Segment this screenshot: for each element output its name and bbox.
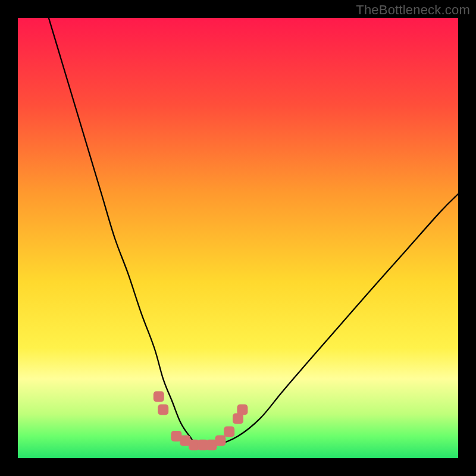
plot-area xyxy=(18,18,458,458)
watermark-text: TheBottleneck.com xyxy=(356,2,470,18)
optimum-marker xyxy=(224,427,234,437)
optimum-marker xyxy=(158,405,168,415)
chart-frame: TheBottleneck.com xyxy=(0,0,476,476)
chart-svg xyxy=(18,18,458,458)
optimum-marker xyxy=(237,405,248,415)
optimum-marker xyxy=(154,391,164,402)
optimum-marker xyxy=(215,435,226,446)
gradient-background xyxy=(18,18,458,458)
